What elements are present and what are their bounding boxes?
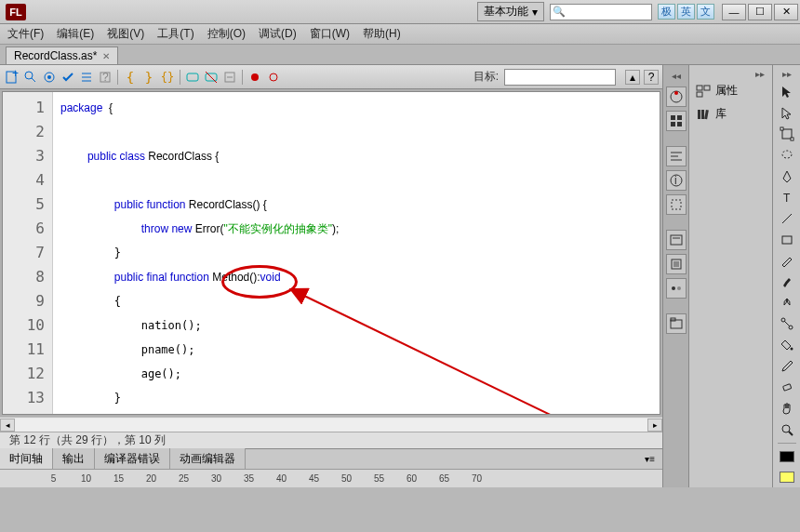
menu-file[interactable]: 文件(F): [7, 26, 44, 42]
code-hint-icon[interactable]: ?: [97, 69, 113, 86]
close-button[interactable]: ✕: [774, 4, 798, 20]
code-snippets-icon[interactable]: [666, 230, 687, 250]
code-content[interactable]: package { public class RecordClass { pub…: [53, 92, 660, 414]
chevron-down-icon: ▾: [532, 6, 538, 19]
pencil-tool-icon[interactable]: [776, 251, 798, 272]
document-tabbar: RecordClass.as* ✕: [0, 45, 800, 65]
info-panel-icon[interactable]: i: [666, 170, 687, 191]
target-dropdown[interactable]: [504, 69, 616, 86]
stroke-color-swatch[interactable]: [776, 446, 798, 467]
zoom-tool-icon[interactable]: [776, 419, 798, 440]
collapse-right-panel-icon[interactable]: ▸▸: [693, 69, 768, 79]
uncomment-icon[interactable]: [203, 69, 220, 86]
add-script-icon[interactable]: +: [4, 69, 20, 86]
menu-edit[interactable]: 编辑(E): [57, 26, 94, 42]
menu-debug[interactable]: 调试(D): [259, 26, 297, 42]
rectangle-tool-icon[interactable]: [776, 230, 798, 250]
svg-point-36: [677, 286, 681, 290]
panel-menu-icon[interactable]: ▾≡: [637, 454, 662, 464]
horizontal-scrollbar[interactable]: ◂ ▸: [0, 417, 662, 432]
svg-text:+: +: [12, 70, 19, 80]
target-path-icon[interactable]: [41, 69, 58, 86]
tab-close-icon[interactable]: ✕: [102, 51, 110, 61]
tab-label: RecordClass.as*: [14, 49, 97, 62]
svg-point-20: [674, 91, 678, 95]
hand-tool-icon[interactable]: [776, 398, 798, 419]
brush-tool-icon[interactable]: [776, 272, 798, 292]
check-syntax-icon[interactable]: [60, 69, 76, 86]
toolbar-help-icon[interactable]: ?: [644, 70, 659, 85]
right-panel: ▸▸ 属性 库: [688, 65, 772, 487]
bone-tool-icon[interactable]: [776, 314, 798, 335]
svg-rect-46: [780, 127, 783, 130]
comment-icon[interactable]: [184, 69, 201, 86]
workspace-label: 基本功能: [484, 4, 528, 20]
debug-icon[interactable]: [247, 69, 263, 86]
svg-rect-56: [782, 384, 791, 391]
menu-control[interactable]: 控制(O): [207, 26, 246, 42]
breakpoint-icon[interactable]: [265, 69, 282, 86]
code-editor[interactable]: 123 456 789 101112 131415 package { publ…: [2, 91, 660, 415]
pen-tool-icon[interactable]: [776, 166, 798, 187]
transform-panel-icon[interactable]: [666, 194, 687, 215]
auto-format-icon[interactable]: [78, 69, 95, 86]
collapse-tools-icon[interactable]: ▸▸: [782, 69, 792, 79]
menu-view[interactable]: 视图(V): [107, 26, 144, 42]
svg-point-16: [251, 73, 259, 81]
eraser-tool-icon[interactable]: [776, 378, 798, 398]
expand-panels-icon[interactable]: ◂◂: [672, 71, 681, 81]
menu-tools[interactable]: 工具(T): [157, 26, 193, 42]
svg-line-50: [782, 214, 792, 223]
collapse-icon[interactable]: [221, 69, 238, 86]
tab-timeline[interactable]: 时间轴: [0, 448, 53, 470]
menubar: 文件(F) 编辑(E) 视图(V) 工具(T) 控制(O) 调试(D) 窗口(W…: [0, 24, 800, 45]
line-tool-icon[interactable]: [776, 208, 798, 229]
minimize-button[interactable]: —: [722, 4, 746, 20]
brace-close-icon[interactable]: }: [140, 69, 157, 86]
svg-rect-40: [704, 86, 710, 90]
fill-color-swatch[interactable]: [776, 467, 798, 487]
lasso-tool-icon[interactable]: [776, 145, 798, 166]
free-transform-tool-icon[interactable]: [776, 124, 798, 144]
library-panel-button[interactable]: 库: [693, 102, 768, 126]
svg-text:?: ?: [102, 71, 109, 84]
brace-open-icon[interactable]: {: [122, 69, 139, 86]
selection-tool-icon[interactable]: [776, 82, 798, 102]
swatches-panel-icon[interactable]: [666, 111, 687, 131]
subselection-tool-icon[interactable]: [776, 103, 798, 124]
svg-rect-42: [698, 110, 700, 119]
target-label: 目标:: [473, 69, 499, 85]
svg-rect-21: [671, 115, 675, 120]
tab-compiler-errors[interactable]: 编译器错误: [95, 448, 170, 470]
menu-window[interactable]: 窗口(W): [310, 26, 350, 42]
text-tool-icon[interactable]: T: [776, 187, 798, 207]
motion-presets-icon[interactable]: [666, 278, 687, 299]
project-panel-icon[interactable]: [666, 313, 687, 334]
svg-rect-51: [782, 236, 792, 244]
library-icon: [695, 107, 712, 122]
components-panel-icon[interactable]: [666, 254, 687, 274]
deco-tool-icon[interactable]: [776, 293, 798, 313]
brace-match-icon[interactable]: {}: [159, 69, 176, 86]
svg-rect-24: [677, 122, 682, 126]
app-logo: FL: [6, 4, 26, 20]
paint-bucket-tool-icon[interactable]: [776, 335, 798, 355]
tab-motion-editor[interactable]: 动画编辑器: [170, 448, 246, 470]
scroll-right-icon[interactable]: ▸: [647, 419, 662, 432]
properties-panel-button[interactable]: 属性: [693, 79, 768, 102]
find-icon[interactable]: [22, 69, 39, 86]
workspace-dropdown[interactable]: 基本功能 ▾: [477, 2, 544, 21]
timeline-ruler[interactable]: 510 1520 2530 3540 4550 5560 6570: [0, 469, 662, 487]
toolbar-nav-up-icon[interactable]: ▴: [625, 70, 640, 85]
editor-toolbar: + ? { } {} 目标: ▴ ?: [0, 65, 662, 89]
eyedropper-tool-icon[interactable]: [776, 356, 798, 377]
document-tab[interactable]: RecordClass.as* ✕: [6, 47, 118, 64]
tab-output[interactable]: 输出: [53, 448, 95, 470]
search-input[interactable]: 🔍: [550, 4, 652, 20]
scroll-left-icon[interactable]: ◂: [0, 419, 15, 432]
menu-help[interactable]: 帮助(H): [363, 26, 401, 42]
maximize-button[interactable]: ☐: [748, 4, 772, 20]
svg-rect-39: [697, 86, 702, 90]
align-panel-icon[interactable]: [666, 146, 687, 166]
color-panel-icon[interactable]: [666, 86, 687, 107]
